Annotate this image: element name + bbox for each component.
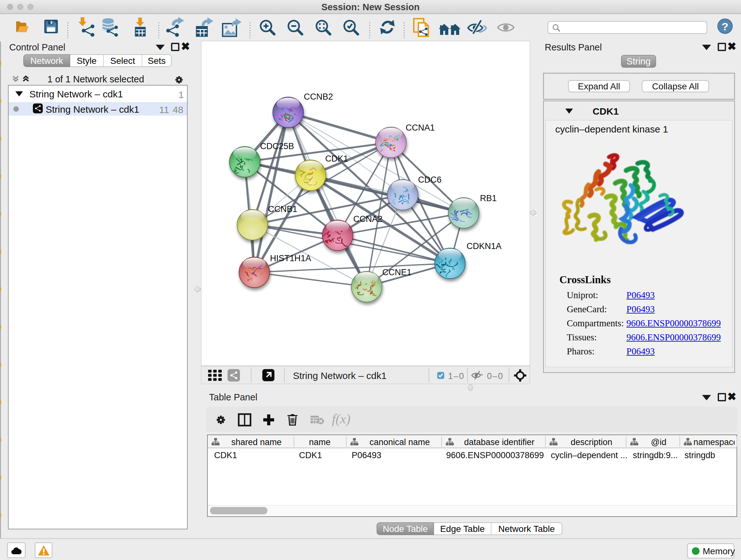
svg-text:CCNA2: CCNA2	[353, 214, 383, 224]
svg-text:CDKN1A: CDKN1A	[467, 241, 502, 251]
svg-text:RB1: RB1	[480, 193, 497, 203]
svg-text:CCNB1: CCNB1	[268, 204, 297, 214]
svg-text:CCNE1: CCNE1	[382, 267, 412, 277]
svg-text:HIST1H1A: HIST1H1A	[270, 253, 311, 263]
svg-text:CDC6: CDC6	[418, 175, 442, 185]
svg-text:CDC25B: CDC25B	[260, 141, 294, 151]
svg-text:CCNB2: CCNB2	[304, 92, 333, 102]
svg-text:CCNA1: CCNA1	[406, 123, 435, 132]
svg-text:CDK1: CDK1	[325, 154, 348, 164]
